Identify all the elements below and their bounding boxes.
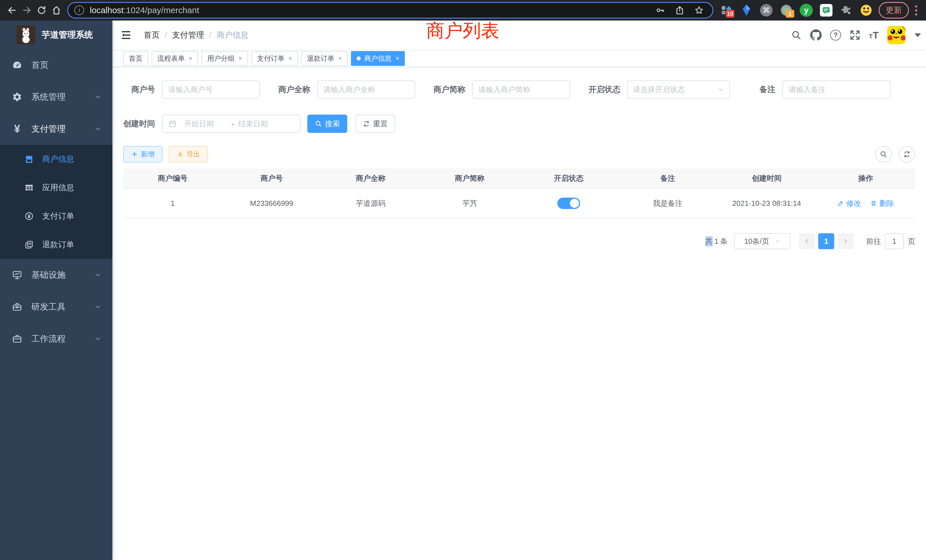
sidebar-item-pay[interactable]: ¥ 支付管理 (0, 113, 112, 145)
goto-label: 前往 (866, 236, 881, 246)
reset-button[interactable]: 重置 (355, 115, 395, 133)
chevron-down-icon (717, 86, 724, 93)
status-toggle[interactable] (557, 198, 580, 209)
extensions-puzzle-icon[interactable] (838, 2, 854, 18)
ext-chat-icon[interactable] (818, 2, 834, 18)
store-icon (23, 154, 35, 164)
share-icon[interactable] (675, 5, 684, 15)
col-full-name: 商户全称 (321, 173, 420, 183)
full-name-input[interactable] (317, 80, 415, 98)
reload-icon[interactable] (34, 3, 49, 18)
export-button[interactable]: 导出 (169, 146, 208, 162)
filter-row-1: 商户号 商户全称 商户简称 开启状态 请选择开启状态 (123, 80, 915, 98)
delete-link[interactable]: 删除 (870, 198, 894, 209)
navbar-actions: ? TT (791, 26, 926, 44)
close-icon[interactable]: × (289, 55, 292, 62)
browser-update-button[interactable]: 更新 (879, 2, 909, 18)
add-button[interactable]: 新增 (123, 146, 162, 162)
tab-pay-order[interactable]: 支付订单 × (251, 51, 298, 66)
chevron-down-icon (94, 93, 101, 101)
sidebar-item-merchant-info[interactable]: 商户信息 (0, 145, 112, 173)
bookmark-star-icon[interactable] (694, 5, 704, 15)
github-icon[interactable] (810, 29, 822, 41)
sidebar-item-infra[interactable]: 基础设施 (0, 259, 112, 291)
tab-process-form[interactable]: 流程表单 × (152, 51, 198, 66)
breadcrumb-home[interactable]: 首页 (144, 30, 160, 41)
sidebar-item-label: 支付管理 (31, 123, 65, 135)
sidebar-item-home[interactable]: 首页 (0, 49, 112, 81)
home-icon[interactable] (49, 3, 64, 18)
date-end-placeholder: 结束日期 (238, 119, 281, 129)
yen-icon: ¥ (11, 123, 23, 134)
edit-link[interactable]: 修改 (837, 198, 861, 209)
page-1-button[interactable]: 1 (818, 233, 834, 249)
tab-label: 用户分组 (207, 54, 235, 63)
sidebar-item-refund-order[interactable]: 退款订单 (0, 230, 112, 259)
close-icon[interactable]: × (239, 55, 242, 62)
url-text: localhost:1024/pay/merchant (90, 5, 199, 15)
close-icon[interactable]: × (189, 55, 192, 62)
ext-y-icon[interactable]: y (798, 2, 814, 18)
browser-menu-icon[interactable] (912, 5, 920, 15)
remark-input[interactable] (782, 80, 891, 98)
breadcrumb-separator: / (209, 30, 212, 39)
sidebar-item-app-info[interactable]: 应用信息 (0, 173, 112, 202)
tab-refund-order[interactable]: 退款订单 × (301, 51, 348, 66)
toggle-search-icon[interactable] (875, 146, 892, 162)
font-size-icon[interactable]: TT (869, 30, 879, 41)
search-button[interactable]: 搜索 (307, 115, 347, 133)
sidebar-item-devtools[interactable]: 研发工具 (0, 291, 112, 323)
monitor-icon (11, 270, 23, 280)
sidebar-item-label: 工作流程 (31, 333, 65, 345)
tab-label: 支付订单 (257, 54, 284, 63)
close-icon[interactable]: × (395, 55, 399, 62)
goto-page-input[interactable] (885, 233, 904, 249)
page-size-select[interactable]: 10条/页 (734, 233, 790, 249)
avatar-caret-icon[interactable] (915, 33, 921, 37)
breadcrumb-separator: / (165, 30, 167, 39)
sidebar-item-system[interactable]: 系统管理 (0, 81, 112, 113)
next-page-button[interactable] (838, 233, 853, 249)
url-bar[interactable]: i localhost:1024/pay/merchant (67, 2, 713, 18)
refresh-icon[interactable] (899, 146, 915, 162)
ext-kite-icon[interactable] (738, 2, 754, 18)
header-search-icon[interactable] (791, 30, 802, 41)
col-actions: 操作 (816, 173, 915, 183)
breadcrumb-pay[interactable]: 支付管理 (172, 30, 204, 41)
active-dot (357, 56, 361, 61)
prev-page-button[interactable] (799, 233, 815, 249)
ext-emoji-icon[interactable] (858, 2, 874, 18)
calendar-icon (168, 120, 177, 128)
tab-user-group[interactable]: 用户分组 × (201, 51, 248, 66)
back-icon[interactable] (5, 3, 20, 18)
password-key-icon[interactable] (655, 5, 665, 15)
forward-icon[interactable] (20, 3, 34, 18)
create-time-label: 创建时间 (123, 118, 155, 129)
help-icon[interactable]: ? (830, 30, 841, 41)
app-title: 芋道管理系统 (42, 29, 93, 41)
full-name-label: 商户全称 (278, 84, 310, 95)
ext-command-icon[interactable]: ⌘ (758, 2, 774, 18)
tab-home[interactable]: 首页 (123, 51, 148, 66)
user-avatar[interactable] (887, 26, 905, 44)
remark-label: 备注 (760, 84, 775, 95)
sidebar-item-label: 商户信息 (42, 154, 74, 165)
site-info-icon[interactable]: i (74, 5, 84, 15)
short-name-input[interactable] (472, 80, 570, 98)
status-select[interactable]: 请选择开启状态 (627, 80, 730, 98)
sidebar-item-label: 基础设施 (31, 269, 65, 281)
date-range-picker[interactable]: 开始日期 - 结束日期 (162, 115, 301, 133)
close-icon[interactable]: × (338, 55, 342, 62)
sidebar: 芋道管理系统 首页 系统管理 ¥ 支付管理 (0, 21, 112, 560)
merchant-no-input[interactable] (162, 80, 260, 98)
dashboard-icon (11, 60, 23, 70)
sidebar-item-pay-order[interactable]: 支付订单 (0, 202, 112, 230)
ext-downloader-icon[interactable]: 10 (719, 2, 734, 18)
ext-recorder-icon[interactable]: 1 (778, 2, 794, 18)
sidebar-logo[interactable]: 芋道管理系统 (0, 21, 112, 49)
tab-merchant-info[interactable]: 商户信息 × (351, 51, 405, 66)
document-copy-icon (23, 240, 35, 250)
hamburger-icon[interactable] (112, 29, 140, 41)
fullscreen-icon[interactable] (850, 30, 861, 41)
sidebar-item-workflow[interactable]: 工作流程 (0, 323, 112, 355)
